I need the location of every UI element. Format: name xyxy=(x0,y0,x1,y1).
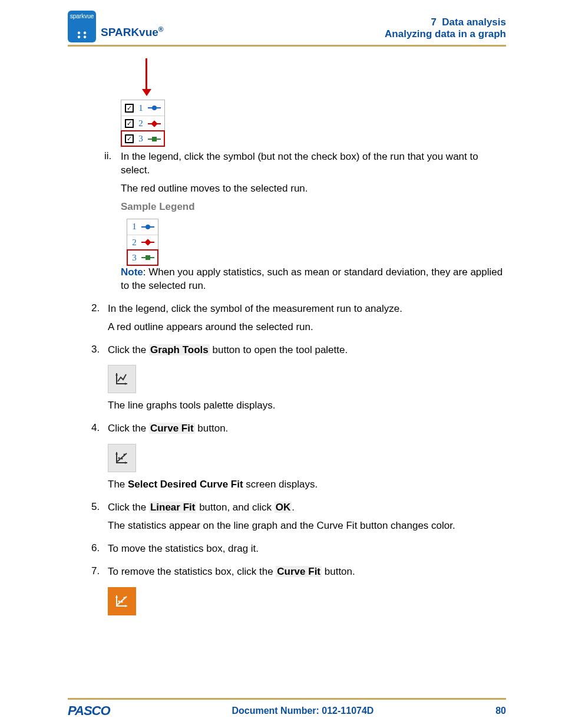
svg-point-5 xyxy=(124,597,125,599)
subsection-title: Analyzing data in a graph xyxy=(385,28,506,40)
series-symbol-blue xyxy=(148,107,161,108)
instruction-text: In the legend, click the symbol (but not… xyxy=(121,150,506,177)
step-number: 6. xyxy=(91,542,108,561)
sample-legend-with-checkboxes: ✓ 1 ✓ 2 ✓ 3 xyxy=(121,100,165,147)
checkbox-icon: ✓ xyxy=(125,104,134,113)
step-number: 5. xyxy=(91,501,108,538)
instruction-text: A red outline appears around the selecte… xyxy=(108,321,506,334)
section-number-title: 7 Data analysis xyxy=(385,17,506,28)
svg-point-1 xyxy=(121,458,123,460)
checkbox-icon: ✓ xyxy=(125,134,134,143)
run-number: 2 xyxy=(131,238,138,248)
step-number: 2. xyxy=(91,302,108,339)
svg-point-3 xyxy=(118,601,120,602)
instruction-text: Click the Curve Fit button. xyxy=(108,422,506,436)
sparkvue-logo-icon: sparkvue • •• • xyxy=(68,11,96,42)
instruction-text: The Select Desired Curve Fit screen disp… xyxy=(108,478,506,492)
instruction-text: In the legend, click the symbol of the m… xyxy=(108,302,506,316)
instruction-text: To move the statistics box, drag it. xyxy=(108,542,506,556)
curve-fit-active-icon xyxy=(108,587,136,615)
document-number: Document Number: 012-11074D xyxy=(232,706,373,716)
run-number: 3 xyxy=(131,253,138,263)
instruction-text: Click the Graph Tools button to open the… xyxy=(108,344,506,357)
instruction-text: The line graphs tools palette displays. xyxy=(108,399,506,413)
series-symbol-blue xyxy=(141,226,154,228)
run-number: 2 xyxy=(137,118,144,129)
series-symbol-red xyxy=(141,242,154,243)
sample-legend-label: Sample Legend xyxy=(121,200,506,214)
step-number: 3. xyxy=(91,344,108,418)
note-text: Note: When you apply statistics, such as… xyxy=(121,266,506,293)
sub-step-marker: ii. xyxy=(104,150,121,298)
step-number: 7. xyxy=(91,565,108,621)
series-symbol-green xyxy=(141,257,154,258)
instruction-text: To remove the statistics box, click the … xyxy=(108,565,506,579)
page-header: sparkvue • •• • SPARKvue® 7 Data analysi… xyxy=(68,11,506,45)
svg-point-2 xyxy=(124,454,125,456)
run-number: 1 xyxy=(131,222,138,232)
graph-tools-icon xyxy=(108,365,136,393)
svg-point-0 xyxy=(118,457,120,459)
curve-fit-icon xyxy=(108,444,136,472)
instruction-text: The red outline moves to the selected ru… xyxy=(121,182,506,196)
series-symbol-red xyxy=(148,123,161,124)
red-arrow-illustration xyxy=(121,58,171,100)
sample-legend-no-checkboxes: 1 2 3 xyxy=(127,219,158,266)
instruction-text: The statistics appear on the line graph … xyxy=(108,519,506,533)
instruction-text: Click the Linear Fit button, and click O… xyxy=(108,501,506,515)
page-number: 80 xyxy=(495,706,506,716)
pasco-logo: PASCO xyxy=(68,703,110,719)
run-number: 1 xyxy=(137,103,144,113)
series-symbol-green xyxy=(148,139,161,140)
run-number: 3 xyxy=(137,134,144,144)
header-divider xyxy=(68,45,506,47)
brand-title: SPARKvue® xyxy=(101,25,164,42)
step-number: 4. xyxy=(91,422,108,496)
page-footer: PASCO Document Number: 012-11074D 80 xyxy=(68,698,506,719)
svg-point-4 xyxy=(121,601,123,603)
checkbox-icon: ✓ xyxy=(125,119,134,128)
